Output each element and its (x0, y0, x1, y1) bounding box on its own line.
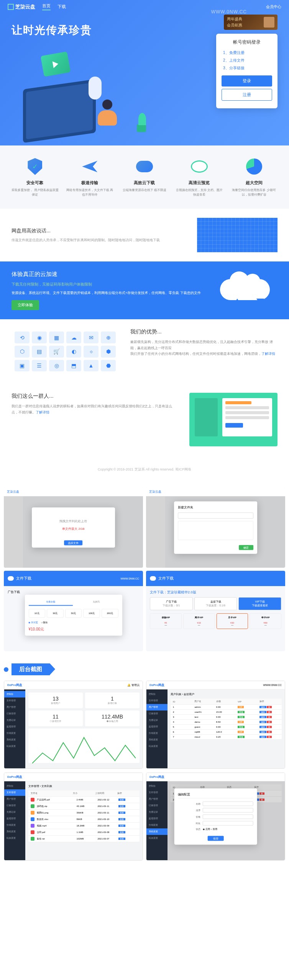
efficient-section: 网盘用高效说话... 传递文件就是信息的人类传承，不应受制于距离和时间的限制。随… (0, 209, 289, 261)
logo-icon (8, 4, 14, 10)
feature-title: 安全可靠 (10, 180, 60, 186)
admin-menu-item[interactable]: 站点设置 (4, 743, 25, 750)
admin-files: DzPro网盘 控制台文件管理用户管理订单管理充值记录提现管理分销设置系统设置站… (4, 773, 143, 861)
register-button[interactable]: 注册 (222, 89, 272, 101)
admin-menu-item[interactable]: 文件管理 (4, 789, 25, 796)
admin-menu-item[interactable]: 分销设置 (146, 730, 167, 737)
users-table: ID用户名余额VIP操作 1admin0.00VIP编辑 删 2user0115… (171, 699, 282, 740)
feature-space: 超大空间 海量空间任你使用想存多 少都可以，按需付费扩容 (229, 157, 279, 197)
admin-menu-item[interactable]: 订单管理 (146, 802, 167, 809)
arrow-up-icon (233, 299, 241, 305)
advantage-title: 我们的优势... (130, 328, 278, 335)
admin-menu-item[interactable]: 订单管理 (4, 710, 25, 717)
tab-vip[interactable]: VIP下载下载通道需求 (238, 597, 281, 610)
tab-ad[interactable]: 广告下载下载次数：0/1 (150, 597, 193, 610)
feature-desc: 网络专用加速技术，大文件下载 再也不用等待 (65, 188, 115, 197)
learn-more-link[interactable]: 了解详情 (36, 410, 49, 414)
admin-users: DzPro网盘WWW.0NW.CC 控制台文件管理用户管理订单管理充值记录提现管… (146, 681, 285, 769)
admin-menu-item[interactable]: 充值记录 (4, 809, 25, 815)
files-table: 文件名大小上传时间操作 产品说明.pdf2.4MB2021-03-12查看 源码… (28, 791, 140, 842)
admin-menu-item[interactable]: 控制台 (4, 691, 25, 697)
nav-home[interactable]: 首页 (42, 3, 51, 10)
edit-form-modal: 编辑配置 名称 排序 价格 时长 状态◉ 启用 ○ 禁用 保存 (174, 789, 257, 845)
advantage-section: ⟲◉▦☁✉⊕ ⬡▤🛒◐⟐⬢ ▣☰◎⬒▲⬣ 我们的优势... 最新领先架构，充分运… (0, 319, 289, 384)
nav-member[interactable]: 会员中心 (266, 4, 281, 10)
admin-menu-item[interactable]: 订单管理 (4, 802, 25, 809)
admin-menu-item[interactable]: 充值记录 (4, 717, 25, 724)
admin-menu-item[interactable]: 站点设置 (4, 835, 25, 841)
login-button[interactable]: 登录 (222, 75, 272, 87)
admin-menu-item[interactable]: 控制台 (146, 783, 167, 789)
admin-menu-item[interactable]: 分销设置 (146, 822, 167, 828)
admin-menu-item[interactable]: 提现管理 (146, 815, 167, 822)
admin-menu-item[interactable]: 提现管理 (4, 724, 25, 730)
cloud-icon (135, 157, 154, 176)
admin-menu-item[interactable]: 文件管理 (4, 697, 25, 704)
plan-trial[interactable]: 体验VIP¥5— (150, 613, 182, 629)
arrow-down-icon (256, 299, 264, 305)
dl-title: 文件下载 (16, 576, 31, 581)
eye-icon (190, 157, 209, 176)
screenshot-folder: 芝柒云盘 新建文件夹 确定 (146, 487, 285, 568)
admin-menu-item[interactable]: 文件管理 (146, 789, 167, 796)
admin-menu-item[interactable]: 站点设置 (146, 835, 167, 841)
promo-banner[interactable]: 周年盛典 会员钜惠 (224, 15, 278, 30)
login-step2: 2、上传文件 (222, 58, 272, 63)
plan-week[interactable]: 周卡VIP¥15— (183, 613, 215, 629)
plan-month[interactable]: 月卡VIP¥30— (217, 613, 248, 629)
admin-menu-item[interactable]: 提现管理 (4, 815, 25, 822)
pie-icon (245, 157, 264, 176)
admin-menu-item[interactable]: 控制台 (4, 783, 25, 789)
grid-illustration (197, 218, 278, 252)
admin-menu-item[interactable]: 控制台 (146, 691, 167, 697)
admin-menu-item[interactable]: 用户管理 (4, 796, 25, 802)
device-icon (89, 77, 102, 100)
watermark: WWW.0NW.CC (263, 684, 282, 686)
feature-desc: 云端海量资源存在线下 载不限速 (120, 188, 169, 193)
brand-logo[interactable]: 芝柒云盘 (8, 3, 35, 10)
login-step1: 1、免费注册 (222, 50, 272, 56)
admin-menu-item[interactable]: 文件管理 (146, 697, 167, 704)
admin-menu-item[interactable]: 分销设置 (4, 730, 25, 737)
admin-menu-item[interactable]: 系统设置 (146, 828, 167, 835)
accel-subtitle: 下载无任何限制，无验证码等影响用户体验限制 (11, 282, 212, 287)
plane-icon (80, 157, 99, 176)
accel-desc: 资源设备、系统运行环境、文件下载需要的开销成本，利用网络云端分布式+存储分发技术… (11, 290, 212, 296)
watermark: WWW.0NW.CC (120, 577, 139, 580)
admin-menu-item[interactable]: 分销设置 (4, 822, 25, 828)
admin-menu-item[interactable]: 提现管理 (146, 724, 167, 730)
nav-download[interactable]: 下载 (57, 4, 66, 10)
admin-menu-item[interactable]: 用户管理 (146, 796, 167, 802)
admin-sidebar: 控制台文件管理用户管理订单管理充值记录提现管理分销设置系统设置站点设置 (146, 781, 167, 860)
team-illustration (189, 393, 278, 446)
dl-title: 文件下载 (158, 576, 174, 581)
admin-menu-item[interactable]: 充值记录 (146, 809, 167, 815)
admin-menu-item[interactable]: 订单管理 (146, 710, 167, 717)
admin-menu-item[interactable]: 系统设置 (146, 737, 167, 743)
cloud-illustration (220, 273, 278, 308)
admin-menu-item[interactable]: 用户管理 (4, 704, 25, 710)
footer: Copyright © 2016-2021 芝柒系 All rights res… (0, 456, 289, 483)
try-now-button[interactable]: 立即体验 (11, 300, 39, 310)
learn-more-link[interactable]: 了解详情 (261, 352, 275, 356)
brand-text: 芝柒云盘 (15, 3, 35, 10)
team-desc: 我们是一群对信息传递痴人说梦的耕耘者，如果你对我们有兴趣或任何问题反馈给我们Z之… (11, 403, 178, 415)
stat-storage: 112.4MB⬢ 存储占用 (85, 710, 140, 726)
plan-year[interactable]: 年卡VIP¥99— (250, 613, 281, 629)
admin-menu-item[interactable]: 系统设置 (4, 828, 25, 835)
feature-desc: 音视频在线预览，支持 文档、图片快速查看 (175, 188, 224, 197)
admin-sidebar: 控制台文件管理用户管理订单管理充值记录提现管理分销设置系统设置站点设置 (4, 781, 25, 860)
admin-menu-item[interactable]: 站点设置 (146, 743, 167, 750)
admin-brand: DzPro网盘 (7, 683, 22, 687)
upload-modal: 拖拽文件到此处上传单文件最大 2GB 选择文件 (32, 508, 115, 548)
screenshot-upload: 芝柒云盘 拖拽文件到此处上传单文件最大 2GB 选择文件 (4, 487, 143, 568)
stat-users: 13新增用户 (28, 693, 83, 708)
feature-desc: 采取多重加密， 用户隐私权益双重保证 (10, 188, 60, 197)
admin-sidebar: 控制台文件管理用户管理订单管理充值记录提现管理分销设置系统设置站点设置 (4, 689, 25, 768)
admin-menu-item[interactable]: 系统设置 (4, 737, 25, 743)
feature-preview: 高清云预览 音视频在线预览，支持 文档、图片快速查看 (175, 157, 224, 197)
promo-avatar (264, 17, 274, 28)
admin-menu-item[interactable]: 充值记录 (146, 717, 167, 724)
tab-direct[interactable]: 直接下载下载速度：0.1/8 (194, 597, 237, 610)
admin-menu-item[interactable]: 用户管理 (146, 704, 167, 710)
